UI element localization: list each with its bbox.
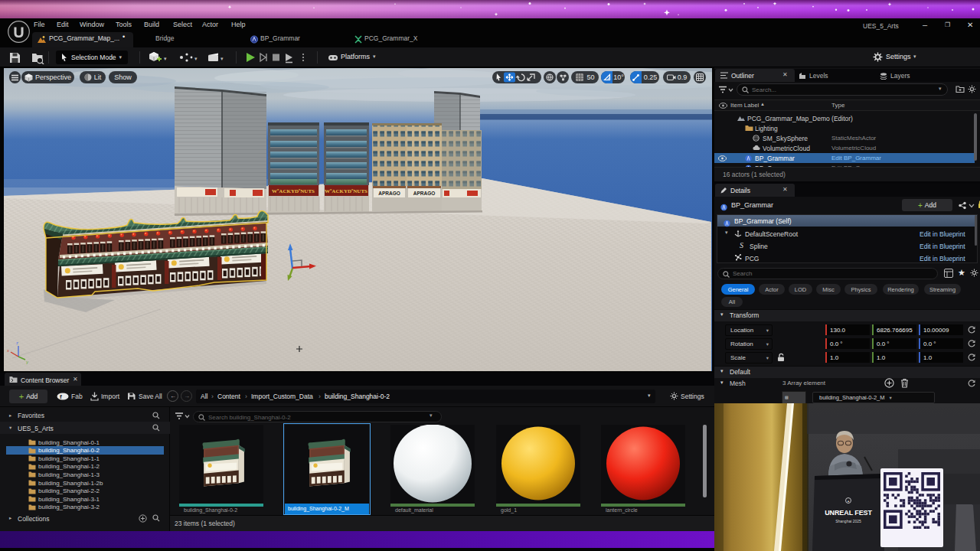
svg-text:▾: ▾ [194,56,198,61]
svg-text:WºACKYDºNUTS: WºACKYDºNUTS [325,188,368,194]
svg-text:▾: ▾ [164,56,167,61]
svg-text:▾: ▾ [220,56,224,61]
svg-text:Shanghai 2025: Shanghai 2025 [835,519,861,523]
svg-text:z: z [16,341,18,345]
svg-text:▲: ▲ [847,499,850,503]
svg-text:x: x [7,348,9,353]
svg-text:UNREAL FEST: UNREAL FEST [825,509,872,517]
svg-text:y: y [26,360,28,364]
svg-text:WºACKYDºNUTS: WºACKYDºNUTS [272,188,315,194]
svg-text:f: f [60,393,62,400]
svg-text:APRAGO: APRAGO [413,191,436,196]
svg-text:APRAGO: APRAGO [378,191,400,196]
